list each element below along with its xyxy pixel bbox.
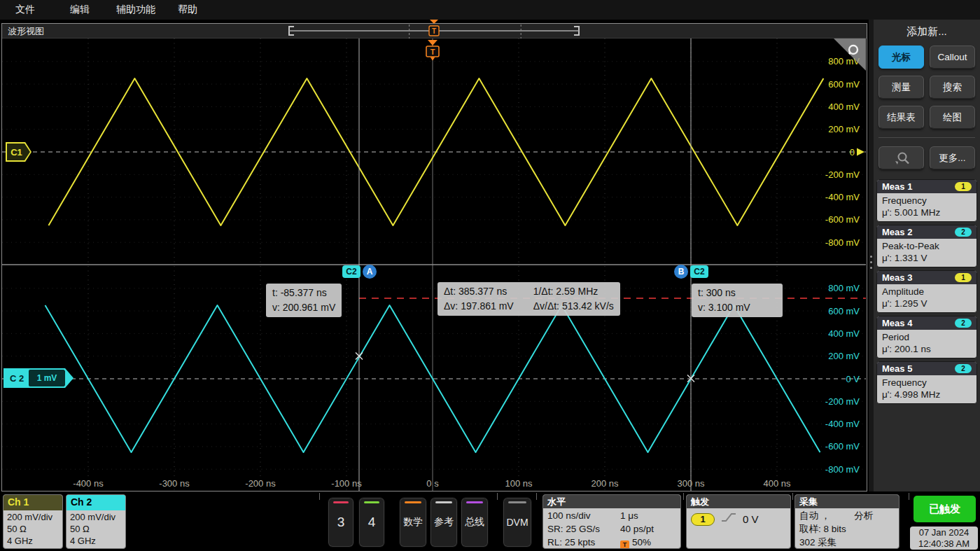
y-axis-label: -400 mV [825, 419, 860, 429]
cursor-b-handle[interactable]: B C2 [674, 265, 708, 279]
channel-color-stripe [364, 501, 379, 503]
trigger-status-indicator: 已触发 [913, 496, 976, 522]
channel-color-stripe [466, 501, 483, 503]
button-label: 数学 [403, 516, 423, 529]
button-reference[interactable]: 参考 [430, 497, 458, 547]
measurement-name: Meas 1 [882, 181, 912, 192]
horizontal-cell: RL: 25 kpts [547, 536, 620, 549]
channel2-handle[interactable]: C 2 1 mV [4, 368, 74, 388]
menu-item-edit[interactable]: 编辑 [63, 4, 97, 16]
cursor-delta-readout[interactable]: Δt: 385.377 ns 1/Δt: 2.59 MHz Δv: 197.86… [438, 282, 620, 316]
sidebar: 添加新... 光标Callout测量搜索结果表绘图更多... Meas 11Fr… [874, 20, 980, 491]
waveform-canvas[interactable]: T800 mV600 mV400 mV200 mV0-200 mV-400 mV… [2, 39, 866, 491]
measurement-card-header: Meas 52 [877, 362, 976, 375]
horizontal-cell: SR: 25 GS/s [547, 522, 620, 536]
delta-v-over-delta-t: Δv/Δt: 513.42 kV/s [533, 299, 614, 314]
panel-resize-handle[interactable] [869, 20, 874, 491]
horizontal-cell: 1 μs [620, 509, 676, 522]
horizontal-panel-title: 水平 [543, 495, 680, 508]
y-axis-label: -600 mV [825, 441, 860, 452]
acquisition-analyze: 分析 [854, 509, 873, 522]
time-axis-label: 400 ns [763, 478, 791, 489]
trigger-position-marker[interactable]: T [426, 40, 439, 61]
button-channel-4[interactable]: 4 [358, 497, 385, 547]
channel-badge-settings: 200 mV/div50 Ω4 GHz [4, 510, 62, 547]
cursor-b-chip[interactable]: B [674, 265, 688, 279]
sidebar-button-search[interactable]: 搜索 [930, 76, 975, 99]
channel-color-stripe [333, 501, 349, 503]
measurement-card-body: Frequencyμ': 4.998 MHz [877, 375, 976, 403]
measurement-value: μ': 4.998 MHz [882, 389, 972, 400]
measurement-kind: Frequency [882, 195, 972, 207]
measurement-name: Meas 5 [882, 363, 912, 374]
measurement-card[interactable]: Meas 42Periodμ': 200.1 ns [876, 316, 977, 358]
channel1-handle[interactable]: C1 [6, 142, 31, 162]
horizontal-row: SR: 25 GS/s40 ps/pt [547, 522, 676, 536]
measurement-card[interactable]: Meas 11Frequencyμ': 5.001 MHz [876, 179, 977, 222]
sidebar-button-zoom-search[interactable] [878, 146, 924, 169]
y-axis-label: 600 mV [828, 79, 860, 90]
measurement-source-badge: 2 [955, 364, 972, 373]
channel-badge-ch2[interactable]: Ch 2200 mV/div50 Ω4 GHz [66, 494, 126, 549]
channel-setting-line: 200 mV/div [70, 511, 122, 523]
menu-item-utility[interactable]: 辅助功能 [109, 4, 162, 16]
measurement-list: Meas 11Frequencyμ': 5.001 MHzMeas 22Peak… [874, 179, 980, 404]
sidebar-button-more[interactable]: 更多... [930, 146, 975, 169]
button-math[interactable]: 数学 [399, 497, 427, 547]
acquisition-sampling: 取样: 8 bits [799, 522, 895, 536]
y-axis-label: -400 mV [825, 192, 860, 202]
measurement-name: Meas 3 [882, 272, 912, 283]
cursor-a-readout[interactable]: t: -85.377 ns v: 200.961 mV [266, 284, 342, 317]
channel-color-stripe [508, 501, 526, 503]
sidebar-button-callout[interactable]: Callout [930, 46, 975, 69]
channel-badge-label: Ch 2 [66, 495, 125, 510]
channel2-scale-label: 1 mV [29, 370, 65, 386]
y-axis-label: 600 mV [828, 306, 860, 316]
y-axis-label: -800 mV [825, 464, 860, 475]
inverse-delta-t: 1/Δt: 2.59 MHz [533, 284, 614, 299]
y-axis-label: 200 mV [828, 124, 860, 134]
horizontal-cell-value: 50% [632, 537, 651, 547]
channel-setting-line: 4 GHz [70, 535, 122, 547]
cursor-b-time: t: 300 ns [698, 286, 776, 300]
sidebar-button-plot[interactable]: 绘图 [930, 106, 975, 129]
cursor-a-handle[interactable]: C2 A [342, 265, 377, 279]
time-axis-label: -400 ns [73, 478, 104, 489]
waveform-display[interactable]: T800 mV600 mV400 mV200 mV0-200 mV-400 mV… [2, 39, 866, 491]
datetime-display: 07 Jan 202412:40:38 AM [910, 526, 978, 550]
y-axis-label: -600 mV [825, 214, 860, 225]
measurement-card-header: Meas 42 [877, 316, 976, 330]
sidebar-button-results-table[interactable]: 结果表 [878, 106, 924, 129]
minimap-trigger-arrow [430, 20, 438, 24]
acquisition-panel[interactable]: 采集自动 ，分析取样: 8 bits302 采集 [794, 494, 899, 549]
sidebar-button-cursor[interactable]: 光标 [878, 46, 924, 69]
button-bus[interactable]: 总线 [461, 497, 489, 547]
menu-item-file[interactable]: 文件 [8, 4, 42, 16]
sidebar-button-measure[interactable]: 测量 [878, 76, 924, 99]
measurement-card[interactable]: Meas 31Amplitudeμ': 1.295 V [876, 270, 977, 313]
measurement-card[interactable]: Meas 22Peak-to-Peakμ': 1.331 V [876, 225, 977, 267]
trigger-panel[interactable]: 触发10 V [686, 494, 791, 549]
channel-badge-ch1[interactable]: Ch 1200 mV/div50 Ω4 GHz [3, 494, 63, 549]
horizontal-panel[interactable]: 水平100 ns/div1 μsSR: 25 GS/s40 ps/ptRL: 2… [542, 494, 681, 549]
channel-color-stripe [435, 501, 452, 503]
measurement-card[interactable]: Meas 52Frequencyμ': 4.998 MHz [876, 361, 977, 404]
channel-setting-line: 50 Ω [7, 523, 59, 535]
button-channel-3[interactable]: 3 [328, 497, 354, 547]
delta-t: Δt: 385.377 ns [444, 284, 514, 299]
svg-text:T: T [430, 48, 435, 56]
time-axis-label: 200 ns [591, 478, 619, 489]
waveform-view-window: 波形视图 T T800 mV600 mV400 mV200 mV0-200 mV… [1, 23, 867, 491]
channel-color-stripe [405, 501, 421, 503]
time-axis-label: -300 ns [159, 478, 190, 489]
button-label: 总线 [465, 516, 484, 529]
cursor-a-chip[interactable]: A [363, 265, 377, 279]
button-dvm[interactable]: DVM [503, 497, 532, 547]
bottom-separator [319, 493, 320, 500]
cursor-b-readout[interactable]: t: 300 ns v: 3.100 mV [692, 284, 783, 317]
y-axis-label: 0 [850, 147, 855, 158]
measurement-card-body: Periodμ': 200.1 ns [877, 330, 976, 358]
channel-setting-line: 200 mV/div [7, 511, 59, 523]
measurement-card-header: Meas 31 [877, 271, 976, 284]
menu-item-help[interactable]: 帮助 [171, 4, 204, 16]
